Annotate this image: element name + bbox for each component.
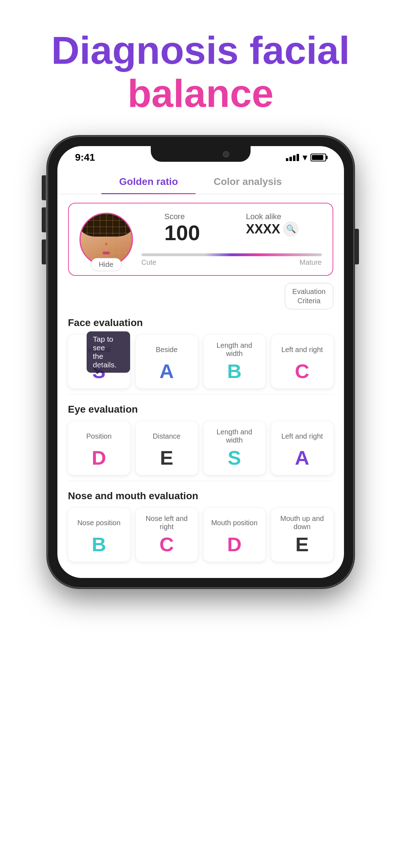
card-label-eye-length-width: Length and width <box>209 428 260 444</box>
card-grade-left-right-face: C <box>295 361 309 381</box>
grade-card-eye-distance[interactable]: Distance E <box>136 422 198 475</box>
avatar-right-eye <box>110 234 113 237</box>
eval-criteria-button[interactable]: Evaluation Criteria <box>285 283 333 309</box>
card-label-mouth-up-down: Mouth up and down <box>277 515 328 531</box>
look-alike-value: XXXX <box>246 222 280 237</box>
avatar-features <box>91 232 121 257</box>
eval-criteria-section: Evaluation Criteria <box>57 279 344 311</box>
score-value: 100 <box>164 221 200 245</box>
divider-2 <box>68 481 333 481</box>
slider-labels: Cute Mature <box>142 258 322 267</box>
card-grade-eye-left-right: A <box>295 448 309 468</box>
card-grade-eye-length-width: S <box>228 448 241 468</box>
search-icon: 🔍 <box>286 224 296 234</box>
cute-label: Cute <box>142 258 156 267</box>
card-label-eye-left-right: Left and right <box>281 428 323 444</box>
tab-color-analysis[interactable]: Color analysis <box>196 170 299 194</box>
card-label-length-width: Length and width <box>209 341 260 358</box>
grade-card-left-right-face[interactable]: Left and right C <box>271 335 333 388</box>
tabs: Golden ratio Color analysis <box>57 167 344 194</box>
face-evaluation-grid: Tap to see the details. Vertical S Besid… <box>68 335 333 388</box>
look-alike-row: XXXX 🔍 <box>246 221 299 237</box>
cute-mature-slider <box>142 253 322 256</box>
eye-evaluation-title: Eye evaluation <box>68 404 333 415</box>
card-grade-length-width: B <box>227 361 241 381</box>
phone-notch <box>151 146 251 162</box>
mature-label: Mature <box>299 258 322 267</box>
signal-icon <box>286 154 299 161</box>
phone-screen: 9:41 ▾ <box>57 146 344 578</box>
avatar-face <box>81 214 132 265</box>
grade-card-mouth-position[interactable]: Mouth position D <box>204 508 266 562</box>
title-line2: balance <box>128 71 274 115</box>
avatar-container: Hide <box>79 213 133 266</box>
title-line1: Diagnosis facial <box>51 28 350 72</box>
nose-mouth-evaluation-section: Nose and mouth evaluation Nose position … <box>57 485 344 564</box>
avatar-left-eye <box>99 234 103 237</box>
card-grade-eye-distance: E <box>160 448 173 468</box>
card-label-eye-distance: Distance <box>153 428 181 444</box>
front-camera <box>223 151 229 157</box>
card-grade-eye-position: D <box>92 448 106 468</box>
bottom-spacer <box>57 564 344 578</box>
hide-button[interactable]: Hide <box>91 258 122 271</box>
look-alike-section: Look alike XXXX 🔍 <box>246 212 299 245</box>
card-label-mouth-position: Mouth position <box>211 515 257 531</box>
grade-card-nose-position[interactable]: Nose position B <box>68 508 130 562</box>
card-grade-beside: A <box>159 361 174 381</box>
score-card: Hide Score 100 Look alike XXXX <box>68 203 333 276</box>
grade-card-mouth-up-down[interactable]: Mouth up and down E <box>271 508 333 562</box>
nose-mouth-evaluation-grid: Nose position B Nose left and right C Mo… <box>68 508 333 562</box>
face-evaluation-section: Face evaluation Tap to see the details. … <box>57 311 344 391</box>
status-icons: ▾ <box>286 153 326 162</box>
card-label-beside: Beside <box>156 341 178 358</box>
grade-card-beside[interactable]: Beside A <box>136 335 198 388</box>
card-label-nose-position: Nose position <box>77 515 120 531</box>
eye-evaluation-grid: Position D Distance E Length and width S <box>68 422 333 475</box>
title-section: Diagnosis facial balance <box>0 0 401 136</box>
avatar-eyes <box>99 234 113 237</box>
phone-frame: 9:41 ▾ <box>47 136 354 588</box>
score-label: Score <box>164 212 200 221</box>
card-label-nose-left-right: Nose left and right <box>142 515 192 531</box>
tooltip: Tap to see the details. <box>87 331 130 373</box>
card-grade-mouth-position: D <box>227 534 241 554</box>
look-alike-label: Look alike <box>246 212 299 221</box>
face-evaluation-title: Face evaluation <box>68 317 333 329</box>
grade-card-length-width[interactable]: Length and width B <box>204 335 266 388</box>
grade-card-eye-left-right[interactable]: Left and right A <box>271 422 333 475</box>
search-button[interactable]: 🔍 <box>283 221 299 237</box>
score-section: Score 100 <box>164 212 200 245</box>
tab-golden-ratio[interactable]: Golden ratio <box>101 170 196 194</box>
avatar-lips <box>103 252 110 254</box>
phone-wrapper: 9:41 ▾ <box>47 136 354 588</box>
eye-evaluation-section: Eye evaluation Position D Distance E Len… <box>57 398 344 477</box>
score-info: Score 100 Look alike XXXX 🔍 <box>142 212 322 267</box>
score-header: Score 100 Look alike XXXX 🔍 <box>142 212 322 245</box>
nose-mouth-evaluation-title: Nose and mouth evaluation <box>68 490 333 502</box>
status-time: 9:41 <box>75 152 95 163</box>
battery-icon <box>310 154 326 161</box>
card-label-eye-position: Position <box>86 428 112 444</box>
card-grade-nose-position: B <box>92 534 106 554</box>
avatar-nose <box>105 243 107 246</box>
card-grade-nose-left-right: C <box>159 534 174 554</box>
card-grade-mouth-up-down: E <box>295 534 309 554</box>
grade-card-eye-position[interactable]: Position D <box>68 422 130 475</box>
grade-card-nose-left-right[interactable]: Nose left and right C <box>136 508 198 562</box>
grade-card-vertical[interactable]: Tap to see the details. Vertical S <box>68 335 130 388</box>
wifi-icon: ▾ <box>303 153 307 162</box>
divider-1 <box>68 394 333 394</box>
grade-card-eye-length-width[interactable]: Length and width S <box>204 422 266 475</box>
card-label-left-right-face: Left and right <box>281 341 323 358</box>
